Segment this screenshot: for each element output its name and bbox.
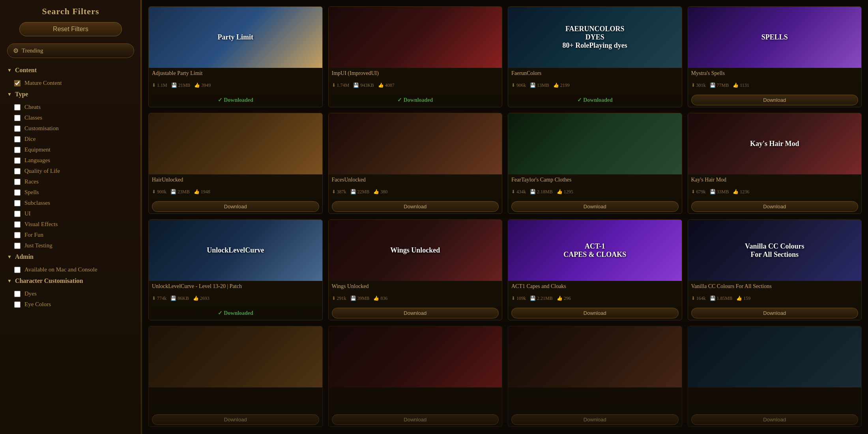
download-button[interactable]: Download xyxy=(511,201,679,212)
mature-content-checkbox[interactable] xyxy=(14,80,21,86)
checkbox-just-testing[interactable]: Just Testing xyxy=(0,240,141,251)
races-checkbox[interactable] xyxy=(14,179,21,185)
mod-info: Mystra's Spells ⬇ 301k 💾 77MB 👍 1131 Dow… xyxy=(688,68,862,107)
equipment-checkbox[interactable] xyxy=(14,147,21,153)
download-button[interactable]: Download xyxy=(152,201,319,212)
mod-stats: ⬇ 900k 💾 23MB 👍 1948 xyxy=(152,189,319,195)
customisation-checkbox[interactable] xyxy=(14,125,21,132)
mod-info: Wings Unlocked ⬇ 291k 💾 39MB 👍 836 Downl… xyxy=(329,281,502,320)
mod-card-facesunlocked[interactable]: FacesUnlocked ⬇ 387k 💾 22MB 👍 380 Downlo… xyxy=(328,113,503,214)
mod-card-faeruncolors[interactable]: FAERUNCOLORSDYES80+ RolePlaying dyes Fae… xyxy=(508,6,682,107)
checkbox-mac-console[interactable]: Available on Mac and Console xyxy=(0,264,141,275)
checkbox-classes[interactable]: Classes xyxy=(0,112,141,123)
mod-name: HairUnlocked xyxy=(152,177,319,183)
stat-size: 💾 943KB xyxy=(353,82,374,88)
mod-card-kays-hair-mod[interactable]: Kay's Hair Mod Kay's Hair Mod ⬇ 679k 💾 3… xyxy=(688,113,862,214)
download-button[interactable]: Download xyxy=(152,414,319,425)
ui-checkbox[interactable] xyxy=(14,211,21,217)
mod-card-act1-capes[interactable]: ACT-1CAPES & CLOAKS ACT1 Capes and Cloak… xyxy=(508,219,682,320)
download-button[interactable]: Download xyxy=(691,95,859,105)
checkbox-dyes[interactable]: Dyes xyxy=(0,288,141,299)
checkbox-quality-of-life[interactable]: Quality of Life xyxy=(0,166,141,176)
checkbox-subclasses[interactable]: Subclasses xyxy=(0,198,141,208)
mod-card-unlocklevelcurve[interactable]: UnlockLevelCurve UnlockLevelCurve - Leve… xyxy=(148,219,323,320)
mod-card-impui[interactable]: ImpUI (ImprovedUI) ⬇ 1.74M 💾 943KB 👍 408… xyxy=(328,6,503,107)
trending-button[interactable]: ⚙ Trending xyxy=(7,43,134,58)
dyes-checkbox[interactable] xyxy=(14,291,21,297)
subclasses-checkbox[interactable] xyxy=(14,200,21,206)
checkbox-visual-effects[interactable]: Visual Effects xyxy=(0,219,141,230)
section-content-header[interactable]: ▼ Content xyxy=(0,64,141,76)
download-button[interactable]: Download xyxy=(691,308,859,318)
stat-downloads: ⬇ 109k xyxy=(511,296,526,301)
languages-checkbox[interactable] xyxy=(14,157,21,164)
stat-likes: 👍 1295 xyxy=(557,189,573,195)
mac-console-checkbox[interactable] xyxy=(14,267,21,273)
dice-label: Dice xyxy=(24,136,36,142)
classes-label: Classes xyxy=(24,114,42,121)
downloaded-status: ✓ Downloaded xyxy=(152,308,319,318)
section-character-customisation-header[interactable]: ▼ Character Customisation xyxy=(0,275,141,287)
mod-card-feartaylor-camp-clothes[interactable]: FearTaylor's Camp Clothes ⬇ 434k 💾 2.18M… xyxy=(508,113,682,214)
checkbox-dice[interactable]: Dice xyxy=(0,134,141,144)
mod-card-wings-unlocked[interactable]: Wings Unlocked Wings Unlocked ⬇ 291k 💾 3… xyxy=(328,219,503,320)
checkbox-spells[interactable]: Spells xyxy=(0,187,141,198)
mod-card-mystras-spells[interactable]: SPELLS Mystra's Spells ⬇ 301k 💾 77MB 👍 1… xyxy=(688,6,862,107)
mod-thumbnail xyxy=(508,113,682,174)
mod-card-partial-2[interactable]: Download xyxy=(328,326,503,427)
checkbox-races[interactable]: Races xyxy=(0,176,141,187)
checkbox-languages[interactable]: Languages xyxy=(0,155,141,166)
char-cust-arrow-icon: ▼ xyxy=(7,278,12,284)
download-button[interactable]: Download xyxy=(511,308,679,318)
checkbox-mature-content[interactable]: Mature Content xyxy=(0,78,141,88)
section-type-header[interactable]: ▼ Type xyxy=(0,88,141,100)
just-testing-checkbox[interactable] xyxy=(14,243,21,249)
checkbox-for-fun[interactable]: For Fun xyxy=(0,230,141,240)
checkbox-customisation[interactable]: Customisation xyxy=(0,123,141,134)
mod-card-partial-1[interactable]: Download xyxy=(148,326,323,427)
quality-of-life-checkbox[interactable] xyxy=(14,168,21,174)
mod-card-hairunlocked[interactable]: HairUnlocked ⬇ 900k 💾 23MB 👍 1948 Downlo… xyxy=(148,113,323,214)
classes-checkbox[interactable] xyxy=(14,115,21,121)
dice-checkbox[interactable] xyxy=(14,136,21,142)
download-button[interactable]: Download xyxy=(332,414,499,425)
mod-stats: ⬇ 301k 💾 77MB 👍 1131 xyxy=(691,82,859,88)
mod-thumb-bg: SPELLS xyxy=(688,7,862,68)
section-admin-header[interactable]: ▼ Admin xyxy=(0,251,141,263)
mod-stats: ⬇ 434k 💾 2.18MB 👍 1295 xyxy=(511,189,679,195)
mod-card-adjustable-party-limit[interactable]: Party Limit Adjustable Party Limit ⬇ 1.1… xyxy=(148,6,323,107)
mod-thumb-bg xyxy=(329,113,502,174)
mod-thumbnail: ACT-1CAPES & CLOAKS xyxy=(508,220,682,281)
mod-name: Adjustable Party Limit xyxy=(152,70,319,77)
mod-info: Download xyxy=(508,387,682,427)
reset-filters-button[interactable]: Reset Filters xyxy=(19,22,122,36)
visual-effects-checkbox[interactable] xyxy=(14,221,21,228)
download-button[interactable]: Download xyxy=(691,414,859,425)
mod-thumb-bg: Wings Unlocked xyxy=(329,220,502,281)
download-button[interactable]: Download xyxy=(332,201,499,212)
checkbox-equipment[interactable]: Equipment xyxy=(0,144,141,155)
checkbox-ui[interactable]: UI xyxy=(0,208,141,219)
eye-colors-checkbox[interactable] xyxy=(14,301,21,308)
stat-size: 💾 39MB xyxy=(350,296,370,301)
mod-thumb-bg xyxy=(688,326,862,387)
subclasses-label: Subclasses xyxy=(24,200,50,206)
stat-size: 💾 1.85MB xyxy=(710,296,733,301)
mod-card-partial-4[interactable]: Download xyxy=(688,326,862,427)
stat-likes: 👍 3949 xyxy=(194,82,211,88)
download-button[interactable]: Download xyxy=(691,201,859,212)
cheats-checkbox[interactable] xyxy=(14,104,21,110)
eye-colors-label: Eye Colors xyxy=(24,301,51,308)
cheats-label: Cheats xyxy=(24,104,41,110)
download-button[interactable]: Download xyxy=(332,308,499,318)
download-button[interactable]: Download xyxy=(511,414,679,425)
mod-card-vanilla-cc-colours[interactable]: Vanilla CC ColoursFor All Sections Vanil… xyxy=(688,219,862,320)
mod-card-partial-3[interactable]: Download xyxy=(508,326,682,427)
checkbox-cheats[interactable]: Cheats xyxy=(0,102,141,112)
spells-checkbox[interactable] xyxy=(14,189,21,196)
for-fun-checkbox[interactable] xyxy=(14,232,21,238)
mod-grid: Party Limit Adjustable Party Limit ⬇ 1.1… xyxy=(142,0,868,434)
stat-downloads: ⬇ 1.74M xyxy=(332,82,350,88)
checkbox-eye-colors[interactable]: Eye Colors xyxy=(0,299,141,310)
mod-stats: ⬇ 1.74M 💾 943KB 👍 4087 xyxy=(332,82,499,88)
